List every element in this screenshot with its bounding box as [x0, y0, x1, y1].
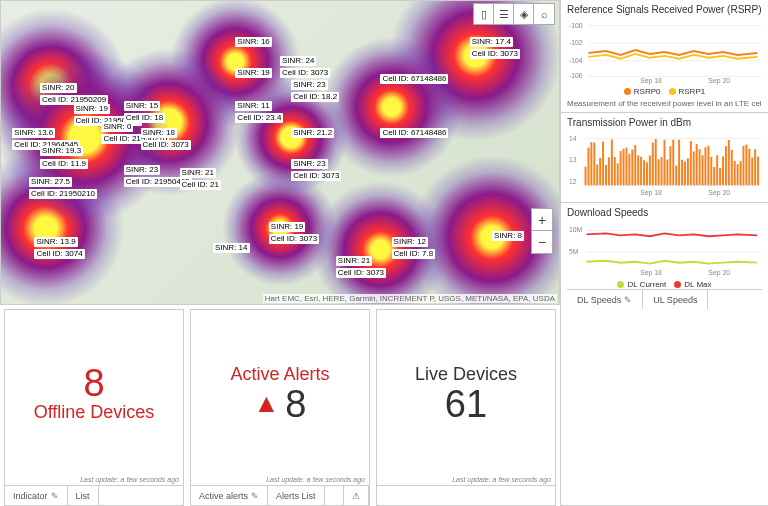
svg-rect-26 — [614, 157, 616, 185]
tx-power-chart: Transmission Power in dBm 14 13 12 Sep 1… — [561, 113, 768, 203]
svg-text:Sep 20: Sep 20 — [708, 77, 730, 85]
sinr-label: SINR: 0 — [101, 122, 133, 132]
svg-rect-57 — [704, 147, 706, 185]
cell-id-label: Cell ID: 21950210 — [29, 189, 97, 199]
sinr-label: SINR: 23 — [124, 165, 160, 175]
svg-rect-29 — [623, 149, 625, 186]
svg-text:Sep 20: Sep 20 — [708, 269, 730, 277]
rsrp-legend: RSRP0 RSRP1 — [567, 87, 762, 96]
sinr-label: SINR: 23 — [291, 159, 327, 169]
cell-id-label: Cell ID: 18 — [124, 113, 165, 123]
sinr-label: SINR: 21.2 — [291, 128, 334, 138]
svg-rect-63 — [722, 156, 724, 185]
svg-rect-56 — [702, 155, 704, 185]
svg-rect-25 — [611, 140, 613, 186]
svg-text:5M: 5M — [569, 248, 579, 255]
svg-rect-49 — [681, 160, 683, 186]
svg-rect-35 — [640, 157, 642, 186]
search-icon[interactable]: ⌕ — [534, 4, 554, 24]
svg-rect-41 — [658, 159, 660, 185]
svg-rect-45 — [669, 146, 671, 185]
svg-rect-67 — [734, 161, 736, 185]
sinr-label: SINR: 13.9 — [34, 237, 77, 247]
chart-title: Reference Signals Received Power (RSRP) — [567, 4, 762, 15]
svg-rect-60 — [713, 167, 715, 185]
offline-count: 8 — [83, 364, 104, 402]
legend-dot-icon — [617, 281, 624, 288]
sinr-label: SINR: 15 — [124, 101, 160, 111]
alert-triangle-icon: ▲ — [254, 388, 280, 419]
svg-rect-75 — [757, 157, 759, 186]
sinr-label: SINR: 27.5 — [29, 177, 72, 187]
svg-rect-20 — [596, 165, 598, 186]
live-devices-card: Live Devices 61 Last update: a few secon… — [376, 309, 556, 506]
svg-rect-69 — [740, 161, 742, 185]
dl-legend: DL Current DL Max — [567, 280, 762, 289]
tab-indicator[interactable]: Indicator✎ — [5, 486, 68, 505]
dl-tabs: DL Speeds✎ UL Speeds — [567, 289, 762, 309]
svg-text:13: 13 — [569, 156, 577, 163]
svg-rect-44 — [666, 160, 668, 186]
sinr-label: SINR: 20 — [40, 83, 76, 93]
svg-text:Sep 20: Sep 20 — [708, 189, 730, 197]
svg-rect-61 — [716, 155, 718, 185]
svg-rect-22 — [602, 142, 604, 186]
tab-alerts-list[interactable]: Alerts List — [268, 486, 325, 505]
svg-rect-50 — [684, 162, 686, 186]
svg-rect-17 — [587, 148, 589, 186]
sinr-label: SINR: 19 — [235, 68, 271, 78]
svg-rect-53 — [693, 151, 695, 185]
chart-description: Measurement of the received power level … — [567, 99, 762, 108]
sinr-label: SINR: 23 — [291, 80, 327, 90]
sinr-label: SINR: 21 — [180, 168, 216, 178]
3d-cube-icon[interactable]: ◈ — [514, 4, 534, 24]
svg-text:10M: 10M — [569, 226, 583, 233]
zoom-out-button[interactable]: − — [532, 231, 552, 253]
tab-active-alerts[interactable]: Active alerts✎ — [191, 486, 268, 505]
zoom-in-button[interactable]: + — [532, 209, 552, 231]
last-update: Last update: a few seconds ago — [191, 476, 369, 485]
cell-id-label: Cell ID: 3073 — [470, 49, 520, 59]
svg-rect-34 — [637, 155, 639, 185]
list-icon[interactable]: ☰ — [494, 4, 514, 24]
warning-icon[interactable]: ⚠ — [343, 486, 369, 505]
svg-rect-42 — [661, 157, 663, 185]
pencil-icon: ✎ — [251, 491, 259, 501]
svg-rect-54 — [696, 144, 698, 185]
svg-text:-102: -102 — [569, 39, 583, 46]
signal-coverage-map[interactable]: SINR: 20Cell ID: 21950209SINR: 13.6Cell … — [0, 0, 560, 305]
offline-label: Offline Devices — [34, 402, 155, 423]
tab-dl-speeds[interactable]: DL Speeds✎ — [567, 290, 643, 309]
sinr-label: SINR: 16 — [235, 37, 271, 47]
last-update: Last update: a few seconds ago — [5, 476, 183, 485]
svg-rect-46 — [672, 140, 674, 186]
svg-rect-31 — [628, 154, 630, 186]
svg-text:12: 12 — [569, 178, 577, 185]
cell-id-label: Cell ID: 23.4 — [235, 113, 283, 123]
svg-text:-100: -100 — [569, 22, 583, 29]
legend-dot-icon — [624, 88, 631, 95]
svg-rect-36 — [643, 160, 645, 185]
svg-rect-72 — [748, 149, 750, 186]
svg-text:-106: -106 — [569, 72, 583, 79]
sinr-label: SINR: 19 — [269, 222, 305, 232]
chart-title: Transmission Power in dBm — [567, 117, 762, 128]
svg-rect-37 — [646, 162, 648, 185]
pencil-icon: ✎ — [624, 295, 632, 305]
sinr-label: SINR: 18 — [141, 128, 177, 138]
svg-text:Sep 18: Sep 18 — [640, 269, 662, 277]
svg-rect-73 — [751, 158, 753, 186]
tab-ul-speeds[interactable]: UL Speeds — [643, 290, 708, 309]
cell-id-label: Cell ID: 11.9 — [40, 159, 88, 169]
sinr-label: SINR: 19.3 — [40, 146, 83, 156]
charts-sidebar: Reference Signals Received Power (RSRP) … — [560, 0, 768, 506]
svg-rect-32 — [631, 150, 633, 186]
svg-rect-71 — [745, 145, 747, 186]
cell-id-label: Cell ID: 3073 — [336, 268, 386, 278]
svg-rect-43 — [664, 140, 666, 186]
svg-rect-74 — [754, 149, 756, 185]
tab-list[interactable]: List — [68, 486, 99, 505]
cell-id-label: Cell ID: 3073 — [141, 140, 191, 150]
map-toolbar: ▯ ☰ ◈ ⌕ — [473, 3, 555, 25]
bookmark-icon[interactable]: ▯ — [474, 4, 494, 24]
